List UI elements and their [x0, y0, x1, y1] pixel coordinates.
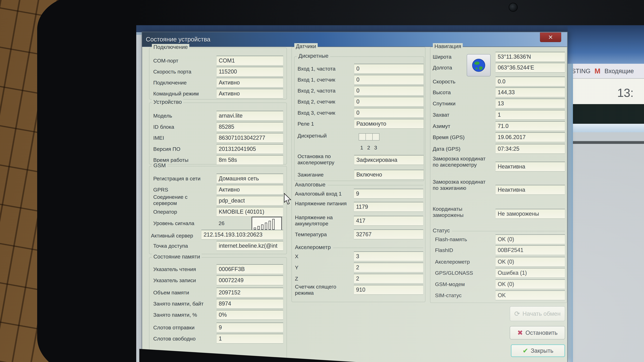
apn-field[interactable]: internet.beeline.kz(@int	[216, 241, 283, 251]
firmware-field[interactable]: 201312041905	[216, 144, 283, 154]
model-field[interactable]: arnavi.lite	[216, 111, 283, 121]
field-label: ID блока	[153, 124, 174, 130]
com-port-field[interactable]: COM1	[216, 56, 283, 66]
temperature-field[interactable]: 32767	[354, 229, 424, 239]
field-label: IMEI	[153, 135, 164, 141]
background-gradient-strip	[568, 124, 644, 132]
start-exchange-button: ⟳ Начать обмен	[510, 306, 565, 321]
altitude-field[interactable]: 144,33	[496, 87, 565, 97]
flash-id-field[interactable]: 00BF2541	[496, 245, 565, 255]
sim-status-field[interactable]: OK	[496, 290, 565, 300]
command-mode-field[interactable]: Активно	[216, 89, 283, 98]
field-label: Азимут	[433, 123, 450, 129]
send-slots-field[interactable]: 9	[216, 323, 283, 333]
freeze-accel-field[interactable]: Неактивна	[496, 162, 565, 172]
uptime-field[interactable]: 8m 58s	[216, 155, 283, 165]
fix-field[interactable]: 1	[496, 110, 565, 120]
accel-status-field[interactable]: OK (0)	[496, 257, 565, 267]
field-label: Указатель чтения	[153, 266, 196, 272]
supply-voltage-field[interactable]: 1179	[354, 202, 424, 212]
operator-field[interactable]: KMOBILE (40101)	[216, 207, 283, 217]
accel-stop-field[interactable]: Зафиксирована	[354, 155, 424, 165]
freeze-ignition-field[interactable]: Неактивна	[496, 185, 565, 195]
coords-frozen-field[interactable]: Не заморожены	[496, 209, 565, 219]
in1-count-field[interactable]: 0	[354, 75, 424, 85]
write-pointer-field[interactable]: 00072249	[216, 275, 283, 285]
close-icon[interactable]: ✕	[540, 32, 561, 42]
dialog-titlebar[interactable]: Состояние устройства	[142, 32, 567, 47]
gmail-icon: M	[594, 67, 600, 75]
imei-field[interactable]: 863071013042277	[216, 133, 283, 143]
discrete-checkbox-2[interactable]	[366, 133, 372, 140]
close-label: Закрыть	[531, 348, 553, 354]
gsm-modem-status-field[interactable]: OK (0)	[496, 279, 565, 289]
unit-id-field[interactable]: 85285	[216, 122, 283, 132]
in2-freq-field[interactable]: 0	[354, 86, 424, 96]
gps-time-field[interactable]: 19.06.2017	[496, 132, 565, 142]
section-analog: Аналоговые	[295, 181, 424, 188]
in1-freq-field[interactable]: 0	[354, 64, 424, 74]
port-speed-field[interactable]: 115200	[216, 67, 283, 77]
gmail-tab-label[interactable]: Входящие	[604, 68, 634, 74]
globe-button[interactable]	[467, 54, 490, 76]
memory-size-field[interactable]: 2097152	[216, 288, 283, 298]
field-label: Вход 1, счетчик	[298, 77, 335, 83]
satellites-field[interactable]: 13	[496, 98, 565, 108]
background-window-titlebar	[568, 25, 644, 64]
field-label: Оператор	[153, 209, 177, 215]
server-conn-field[interactable]: pdp_deact	[216, 196, 283, 206]
latitude-field[interactable]: 53°11.3636'N	[496, 52, 565, 62]
device-status-dialog: Состояние устройства ✕ Подключение COM-п…	[142, 32, 568, 362]
field-label: GSM-модем	[435, 281, 465, 287]
azimuth-field[interactable]: 71.0	[496, 121, 565, 131]
field-label: SIM-статус	[435, 292, 462, 298]
ignition-field[interactable]: Включено	[354, 170, 424, 180]
accel-y-field[interactable]: 2	[354, 263, 424, 272]
background-scrollbar[interactable]	[568, 64, 573, 362]
field-label: Модель	[153, 113, 172, 119]
gps-glonass-status-field[interactable]: Ошибка (1)	[496, 268, 565, 278]
active-server-field[interactable]: 212.154.193.103:20623	[201, 230, 283, 240]
group-sensors-title: Датчики	[294, 43, 318, 49]
memory-used-bytes-field[interactable]: 8974	[216, 299, 283, 309]
battery-voltage-field[interactable]: 417	[354, 216, 424, 226]
gps-date-field[interactable]: 07:34:25	[496, 144, 565, 154]
network-reg-field[interactable]: Домашняя сеть	[216, 174, 283, 183]
in2-count-field[interactable]: 0	[354, 97, 424, 107]
background-partial-number: 13:	[617, 86, 634, 99]
field-label: Акселерометр	[435, 259, 470, 265]
relay1-field[interactable]: Разомкнуто	[354, 119, 424, 129]
speed-field[interactable]: 0.0	[496, 77, 565, 86]
read-pointer-field[interactable]: 0006FF3B	[216, 264, 283, 274]
close-button[interactable]: ✔ Закрыть	[511, 344, 565, 357]
analog-in1-field[interactable]: 9	[354, 189, 424, 199]
field-label: Координаты заморожены	[433, 206, 492, 218]
group-device: Устройство Модель arnavi.lite ID блока 8…	[149, 103, 287, 164]
section-accel-title: Акселерометр	[295, 244, 331, 250]
memory-used-percent-field[interactable]: 0%	[216, 310, 283, 320]
gprs-field[interactable]: Активно	[216, 185, 283, 195]
sleep-counter-field[interactable]: 910	[354, 285, 424, 295]
signal-bars-icon	[252, 217, 282, 231]
flash-status-field[interactable]: OK (0)	[496, 234, 565, 244]
checkbox-label: 2	[367, 145, 370, 151]
field-label: Захват	[433, 112, 450, 118]
discrete-checkbox-3[interactable]	[372, 133, 380, 140]
accel-x-field[interactable]: 3	[354, 251, 424, 261]
free-slots-field[interactable]: 1	[216, 334, 283, 344]
stop-button[interactable]: ✖ Остановить	[510, 326, 565, 340]
group-navigation-title: Навигация	[433, 43, 463, 49]
connection-state-field[interactable]: Активно	[216, 78, 283, 87]
field-label: Вход 1, частота	[298, 66, 336, 72]
field-label: Версия ПО	[153, 146, 180, 152]
in3-count-field[interactable]: 0	[354, 108, 424, 118]
discrete-checkbox-1[interactable]	[359, 133, 366, 140]
field-label: X	[295, 253, 298, 259]
stop-x-icon: ✖	[517, 329, 523, 336]
field-label: Слотов отправки	[153, 325, 194, 331]
field-label: Заморозка координат по акселерометру	[433, 155, 492, 168]
accel-z-field[interactable]: 2	[354, 274, 424, 284]
webcam	[509, 3, 518, 12]
field-label: Командный режим	[153, 90, 199, 97]
longitude-field[interactable]: 063°36.5244'E	[496, 63, 565, 72]
